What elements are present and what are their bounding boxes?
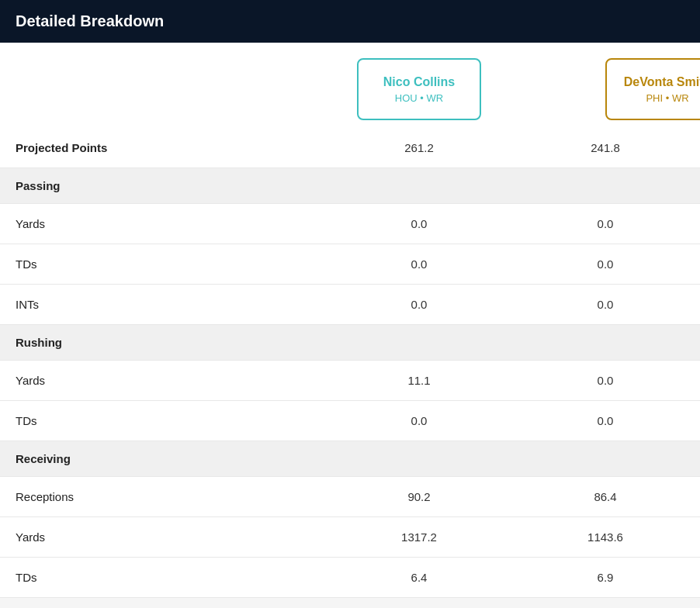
passing-tds-row: TDs 0.0 0.0: [0, 244, 700, 285]
passing-ints-row: INTs 0.0 0.0: [0, 285, 700, 325]
player1-name: Nico Collins: [383, 74, 455, 89]
projected-label: Projected Points: [0, 132, 303, 164]
passing-tds-label: TDs: [0, 248, 303, 280]
passing-ints-p2: 0.0: [543, 288, 667, 320]
rushing-yards-row: Yards 11.1 0.0: [0, 361, 700, 401]
player2-card: DeVonta Smith PHI • WR: [605, 58, 700, 120]
content-area: Nico Collins HOU • WR DeVonta Smith PHI …: [0, 43, 700, 598]
page-title: Detailed Breakdown: [16, 12, 164, 29]
receiving-tds-row: TDs 6.4 6.9: [0, 558, 700, 598]
receiving-yards-p1: 1317.2: [357, 521, 481, 553]
rushing-tds-p1: 0.0: [357, 405, 481, 437]
passing-ints-p1: 0.0: [357, 288, 481, 320]
projected-p1: 261.2: [357, 132, 481, 164]
receiving-section-header: Receiving: [0, 441, 700, 477]
rushing-section-header: Rushing: [0, 325, 700, 361]
passing-tds-p1: 0.0: [357, 248, 481, 280]
passing-ints-label: INTs: [0, 288, 303, 320]
passing-section-header: Passing: [0, 168, 700, 204]
rushing-label: Rushing: [0, 326, 303, 358]
passing-yards-row: Yards 0.0 0.0: [0, 204, 700, 244]
passing-yards-label: Yards: [0, 208, 303, 240]
receiving-yards-label: Yards: [0, 521, 303, 553]
rushing-yards-p1: 11.1: [357, 364, 481, 396]
player1-card: Nico Collins HOU • WR: [357, 58, 481, 120]
passing-tds-p2: 0.0: [543, 248, 667, 280]
rushing-tds-row: TDs 0.0 0.0: [0, 401, 700, 441]
receiving-yards-row: Yards 1317.2 1143.6: [0, 517, 700, 558]
rushing-yards-p2: 0.0: [543, 364, 667, 396]
page-header: Detailed Breakdown: [0, 0, 700, 43]
projected-points-row: Projected Points 261.2 241.8: [0, 128, 700, 168]
receptions-p2: 86.4: [543, 481, 667, 513]
receiving-tds-label: TDs: [0, 561, 303, 593]
player1-info: HOU • WR: [395, 92, 443, 104]
projected-p2: 241.8: [543, 132, 667, 164]
player2-info: PHI • WR: [646, 92, 688, 104]
receiving-tds-p2: 6.9: [543, 561, 667, 593]
receptions-p1: 90.2: [357, 481, 481, 513]
receptions-row: Receptions 90.2 86.4: [0, 477, 700, 517]
rushing-yards-label: Yards: [0, 364, 303, 396]
rushing-tds-label: TDs: [0, 405, 303, 437]
rushing-tds-p2: 0.0: [543, 405, 667, 437]
stats-table: Projected Points 261.2 241.8 Passing Yar…: [0, 128, 700, 598]
receptions-label: Receptions: [0, 481, 303, 513]
receiving-tds-p1: 6.4: [357, 561, 481, 593]
receiving-label: Receiving: [0, 443, 303, 475]
passing-yards-p1: 0.0: [357, 208, 481, 240]
passing-yards-p2: 0.0: [543, 208, 667, 240]
player2-name: DeVonta Smith: [624, 74, 700, 89]
receiving-yards-p2: 1143.6: [543, 521, 667, 553]
player-header-row: Nico Collins HOU • WR DeVonta Smith PHI …: [0, 43, 700, 128]
passing-label: Passing: [0, 170, 303, 202]
